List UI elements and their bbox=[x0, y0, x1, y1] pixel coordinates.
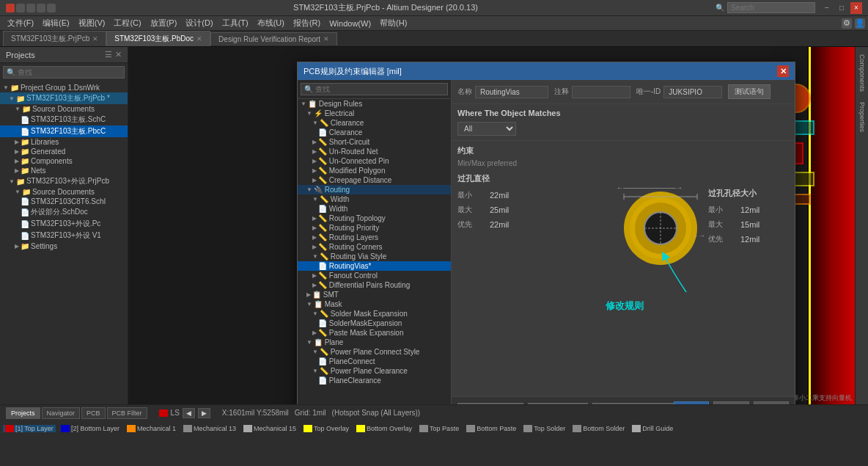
modal-tree-solder-mask[interactable]: ▼ 📏 Solder Mask Expansion bbox=[298, 309, 451, 318]
layer-drill-guide[interactable]: Drill Guide bbox=[630, 425, 675, 432]
modal-tree-routing-topology[interactable]: ▶ 📏 Routing Topology bbox=[298, 214, 451, 223]
minimize-button[interactable]: − bbox=[821, 2, 833, 14]
layer-bottom[interactable]: [2] Bottom Layer bbox=[59, 425, 122, 432]
close-button[interactable]: × bbox=[850, 2, 862, 14]
modal-search-input[interactable] bbox=[301, 83, 448, 95]
menu-view[interactable]: 视图(V) bbox=[74, 16, 110, 30]
menu-tools[interactable]: 工具(T) bbox=[218, 16, 253, 30]
modal-tree-unrouted-net[interactable]: ▶ 📏 Un-Routed Net bbox=[298, 147, 451, 156]
comment-input[interactable] bbox=[572, 86, 630, 98]
tree-sch-c[interactable]: 📄 STM32F103主板.SchC bbox=[0, 114, 128, 125]
layer-mech13[interactable]: Mechanical 13 bbox=[181, 425, 238, 432]
modal-tree-routing-layers[interactable]: ▶ 📏 Routing Layers bbox=[298, 233, 451, 242]
layer-top[interactable]: [1] Top Layer bbox=[3, 425, 56, 432]
modal-tree-plane-clearance[interactable]: 📄 PlaneClearance bbox=[298, 376, 451, 385]
tree-nets[interactable]: ▶📁 Nets bbox=[0, 166, 128, 175]
layer-mech1[interactable]: Mechanical 1 bbox=[125, 425, 178, 432]
tree-stm32-ext[interactable]: ▼📁 STM32F103+外设.PrjPcb bbox=[0, 175, 128, 187]
tab-drc[interactable]: Design Rule Verification Report ✕ bbox=[210, 32, 337, 45]
search-area[interactable]: 🔍 bbox=[716, 2, 815, 13]
modal-tree-pp-clearance[interactable]: ▼ 📏 Power Plane Clearance bbox=[298, 366, 451, 376]
left-panel-menu-icon[interactable]: ☰ bbox=[105, 50, 112, 59]
prev-layer-button[interactable]: ◀ bbox=[183, 408, 195, 418]
modal-tree-soldermask-exp[interactable]: 📄 SolderMaskExpansion bbox=[298, 318, 451, 328]
menu-help[interactable]: 帮助(H) bbox=[375, 16, 411, 30]
modal-tree-diff-pairs[interactable]: ▶ 📏 Differential Pairs Routing bbox=[298, 280, 451, 290]
menu-file[interactable]: 文件(F) bbox=[3, 16, 38, 30]
modal-tree-smt[interactable]: ▶ 📋 SMT bbox=[298, 290, 451, 299]
layer-top-paste[interactable]: Top Paste bbox=[417, 425, 461, 432]
modal-tree-routing-vias[interactable]: 📄 RoutingVias* bbox=[298, 261, 451, 271]
modal-tree-creepage[interactable]: ▶ 📏 Creepage Distance bbox=[298, 175, 451, 185]
modal-close-button[interactable]: ✕ bbox=[777, 65, 789, 77]
layer-mech15[interactable]: Mechanical 15 bbox=[241, 425, 298, 432]
tree-components[interactable]: ▶📁 Components bbox=[0, 156, 128, 166]
menu-project[interactable]: 工程(C) bbox=[109, 16, 145, 30]
modal-tree-routing-priority[interactable]: ▶ 📏 Routing Priority bbox=[298, 223, 451, 233]
menu-edit[interactable]: 编辑(E) bbox=[38, 16, 74, 30]
apply-button[interactable]: 应用 bbox=[754, 401, 789, 404]
menu-place[interactable]: 放置(P) bbox=[146, 16, 182, 30]
tree-ext-pc[interactable]: 📄 STM32F103+外设.Pc bbox=[0, 218, 128, 230]
modal-tree-width-group[interactable]: ▼ 📏 Width bbox=[298, 194, 451, 204]
layer-bottom-paste[interactable]: Bottom Paste bbox=[464, 425, 518, 432]
tab-pbdoc[interactable]: STM32F103主板.PbDoc ✕ bbox=[106, 31, 210, 46]
modal-tree-routing[interactable]: ▼ 🔌 Routing bbox=[298, 185, 451, 194]
modal-tree-plane-connect[interactable]: 📄 PlaneConnect bbox=[298, 357, 451, 366]
maximize-button[interactable]: □ bbox=[836, 2, 847, 14]
tree-generated[interactable]: ▶📁 Generated bbox=[0, 147, 128, 156]
modal-tree-width-item[interactable]: 📄 Width bbox=[298, 204, 451, 214]
search-input[interactable] bbox=[727, 2, 815, 13]
user-icon[interactable]: 👤 bbox=[855, 18, 865, 29]
unique-id-input[interactable] bbox=[663, 86, 722, 98]
tree-source-docs2[interactable]: ▼📁 Source Documents bbox=[0, 187, 128, 197]
tab-projects-close[interactable]: ✕ bbox=[92, 35, 98, 43]
modal-tree-mask[interactable]: ▼ 📋 Mask bbox=[298, 299, 451, 309]
right-panel-properties[interactable]: Properties bbox=[857, 98, 867, 136]
nav-tab-pcb-filter[interactable]: PCB Filter bbox=[107, 407, 147, 419]
modal-tree-modified-polygon[interactable]: ▶ 📏 Modified Polygon bbox=[298, 166, 451, 175]
tree-pbc-c[interactable]: 📄 STM32F103主板.PbcC bbox=[0, 125, 128, 137]
tree-settings[interactable]: ▶📁 Settings bbox=[0, 241, 128, 251]
layer-bottom-solder[interactable]: Bottom Solder bbox=[570, 425, 627, 432]
modal-tree-design-rules[interactable]: ▼ 📋 Design Rules bbox=[298, 99, 451, 109]
modal-tree-fanout[interactable]: ▶ 📏 Fanout Control bbox=[298, 271, 451, 280]
test-query-button[interactable]: 测试语句 bbox=[728, 84, 770, 99]
modal-tree-electrical[interactable]: ▼ ⚡ Electrical bbox=[298, 109, 451, 118]
left-panel-close-icon[interactable]: ✕ bbox=[115, 50, 122, 59]
nav-tab-navigator[interactable]: Navigator bbox=[42, 407, 81, 419]
tree-ext-schdoc[interactable]: 📄 外设部分.SchDoc bbox=[0, 206, 128, 218]
menu-design[interactable]: 设计(D) bbox=[181, 16, 217, 30]
tree-libraries[interactable]: ▶📁 Libraries bbox=[0, 137, 128, 147]
nav-tab-projects[interactable]: Projects bbox=[6, 407, 40, 419]
cancel-button[interactable]: 取消 bbox=[713, 401, 749, 404]
modal-tree-clearance-item[interactable]: 📄 Clearance bbox=[298, 128, 451, 137]
filter-select[interactable]: All Net Net Class Layer bbox=[457, 122, 516, 136]
next-layer-button[interactable]: ▶ bbox=[198, 408, 210, 418]
nav-tab-pcb[interactable]: PCB bbox=[81, 407, 106, 419]
tree-ext-v1[interactable]: 📄 STM32F103+外设 V1 bbox=[0, 230, 128, 241]
tree-stm32-main[interactable]: ▼📁 STM32F103主板.PrjPcb * bbox=[0, 92, 128, 104]
modal-tree-via-style[interactable]: ▼ 📏 Routing Via Style bbox=[298, 252, 451, 261]
create-default-rules-button[interactable]: 创建默认规则 (E)... bbox=[592, 403, 674, 405]
modal-tree-short-circuit[interactable]: ▶ 📏 Short-Circuit bbox=[298, 137, 451, 147]
modal-tree-clearance-group[interactable]: ▼ 📏 Clearance bbox=[298, 118, 451, 128]
tree-source-docs[interactable]: ▼📁 Source Documents bbox=[0, 104, 128, 114]
tree-c8t6[interactable]: 📄 STM32F103C8T6.SchI bbox=[0, 197, 128, 206]
tab-pbdoc-close[interactable]: ✕ bbox=[196, 35, 202, 43]
menu-reports[interactable]: 报告(R) bbox=[289, 16, 325, 30]
menu-window[interactable]: Window(W) bbox=[325, 18, 375, 29]
name-input[interactable] bbox=[475, 86, 548, 98]
menu-routing[interactable]: 布线(U) bbox=[253, 16, 289, 30]
right-panel-components[interactable]: Components bbox=[857, 50, 867, 96]
tab-drc-close[interactable]: ✕ bbox=[323, 35, 329, 43]
modal-tree-unconnected-pin[interactable]: ▶ 📏 Un-Connected Pin bbox=[298, 156, 451, 166]
layer-top-overlay[interactable]: Top Overlay bbox=[301, 425, 351, 432]
modal-tree-routing-corners[interactable]: ▶ 📏 Routing Corners bbox=[298, 242, 451, 252]
tree-project-group[interactable]: ▼📁 Project Group 1.DsnWrk bbox=[0, 83, 128, 92]
ok-button[interactable]: 确定 bbox=[674, 401, 709, 404]
priority-button[interactable]: 优先级 (P)... bbox=[528, 403, 588, 405]
gear-icon[interactable]: ⚙ bbox=[842, 18, 852, 29]
tab-projects[interactable]: STM32F103主板.PrjPcb ✕ bbox=[3, 31, 106, 46]
layer-top-solder[interactable]: Top Solder bbox=[521, 425, 567, 432]
